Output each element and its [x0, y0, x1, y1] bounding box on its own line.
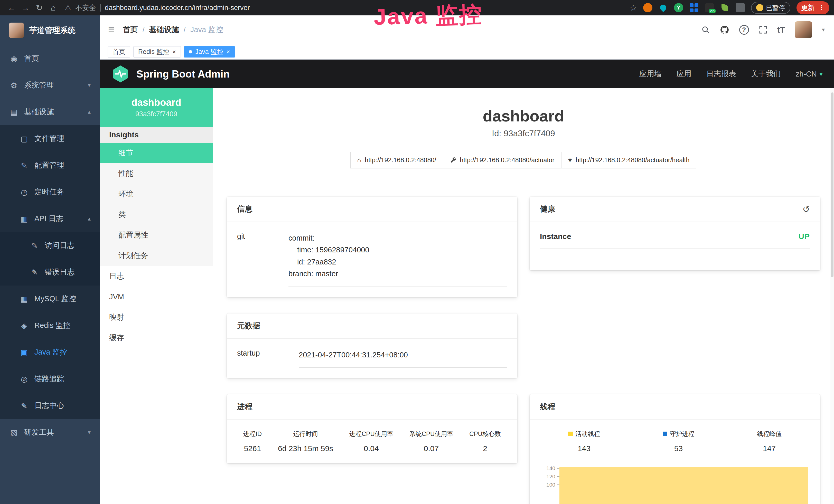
- annotation-java-monitoring: Java 监控: [373, 0, 483, 32]
- extension-icon-grid[interactable]: [689, 3, 699, 12]
- page-scrollbar[interactable]: [830, 88, 834, 504]
- sidebar-item-scheduled-jobs[interactable]: ◷ 定时任务: [0, 179, 100, 205]
- main-sidebar: 芋道管理系统 ◉ 首页 ⚙ 系统管理 ▾ ▤ 基础设施 ▴ ▢ 文件管理 ✎ 配…: [0, 16, 100, 504]
- extensions-puzzle-icon[interactable]: [736, 3, 745, 12]
- active-dot: [189, 50, 192, 53]
- chrome-update-button[interactable]: 更新 ⋮: [796, 1, 829, 15]
- tab-redis-monitor[interactable]: Redis 监控 ×: [133, 46, 181, 58]
- font-size-icon[interactable]: tT: [777, 25, 785, 35]
- extension-icon-orange[interactable]: [643, 3, 652, 12]
- sidebar-item-config-management[interactable]: ✎ 配置管理: [0, 152, 100, 179]
- update-label: 更新: [801, 3, 814, 12]
- breadcrumb-current: Java 监控: [190, 25, 223, 35]
- locale-select[interactable]: zh-CN ▾: [796, 70, 823, 78]
- sidebar-menu: ◉ 首页 ⚙ 系统管理 ▾ ▤ 基础设施 ▴ ▢ 文件管理 ✎ 配置管理 ◷ 定…: [0, 45, 100, 446]
- history-icon[interactable]: ↺: [803, 204, 810, 214]
- menu-item-scheduledtasks[interactable]: 计划任务: [100, 246, 213, 266]
- sidebar-item-log-center[interactable]: ✎ 日志中心: [0, 392, 100, 419]
- scrollbar-thumb[interactable]: [831, 92, 833, 277]
- breadcrumb-home[interactable]: 首页: [123, 25, 138, 35]
- menu-item-classes[interactable]: 类: [100, 204, 213, 225]
- sidebar-item-error-log[interactable]: ✎ 错误日志: [0, 259, 100, 285]
- sidebar-item-label: 访问日志: [45, 240, 74, 251]
- sidebar-item-redis-monitor[interactable]: ◈ Redis 监控: [0, 312, 100, 339]
- sidebar-item-file-management[interactable]: ▢ 文件管理: [0, 125, 100, 152]
- address-bar[interactable]: ⚠ 不安全 dashboard.yudao.iocoder.cn/infra/a…: [65, 3, 250, 12]
- bookmark-star-icon[interactable]: ☆: [630, 3, 637, 13]
- menu-group-insights[interactable]: Insights: [100, 127, 213, 143]
- menu-item-details[interactable]: 细节: [100, 143, 213, 163]
- instance-url-actuator[interactable]: http://192.168.0.2:48080/actuator: [443, 152, 561, 168]
- card-title: 线程: [540, 402, 555, 412]
- home-icon[interactable]: ⌂: [46, 2, 60, 14]
- sba-nav-applications[interactable]: 应用: [677, 69, 692, 79]
- info-key-git: git: [237, 232, 288, 287]
- sidebar-item-java-monitor[interactable]: ▣ Java 监控: [0, 339, 100, 366]
- extension-icon-green[interactable]: Y: [674, 3, 683, 12]
- heart-icon: ♥: [568, 156, 572, 164]
- stat-system-cpu: 系统CPU使用率 0.07: [410, 430, 453, 453]
- sidebar-item-infrastructure[interactable]: ▤ 基础设施 ▴: [0, 98, 100, 125]
- sba-nav-wallboard[interactable]: 应用墙: [639, 69, 662, 79]
- instance-header[interactable]: dashboard 93a3fc7f7409: [100, 88, 213, 127]
- sidebar-item-mysql-monitor[interactable]: ▦ MySQL 监控: [0, 285, 100, 312]
- error-log-icon: ✎: [30, 268, 39, 277]
- profile-paused-chip[interactable]: 已暂停: [751, 2, 790, 14]
- sidebar-item-trace[interactable]: ◎ 链路追踪: [0, 366, 100, 392]
- menu-dots-icon[interactable]: ⋮: [818, 4, 825, 12]
- extension-icon-pin[interactable]: [659, 3, 668, 12]
- sidebar-item-label: Redis 监控: [35, 320, 70, 331]
- sidebar-item-label: MySQL 监控: [35, 294, 76, 304]
- java-icon: ▣: [20, 348, 29, 357]
- menu-item-logfile[interactable]: 日志: [100, 266, 213, 287]
- sidebar-item-dev-tools[interactable]: ▧ 研发工具 ▾: [0, 419, 100, 446]
- sba-sidebar: dashboard 93a3fc7f7409 Insights 细节 性能 环境…: [100, 88, 213, 504]
- menu-item-metrics[interactable]: 性能: [100, 163, 213, 184]
- card-title: 进程: [237, 402, 253, 412]
- back-icon[interactable]: ←: [5, 2, 19, 14]
- sba-nav-journal[interactable]: 日志报表: [706, 69, 736, 79]
- close-icon[interactable]: ×: [172, 48, 176, 55]
- sidebar-toggle-icon[interactable]: ≡: [100, 23, 123, 36]
- app-logo[interactable]: 芋道管理系统: [0, 16, 100, 45]
- health-row: Instance UP: [540, 232, 810, 249]
- link-label: http://192.168.0.2:48080/actuator/health: [576, 156, 689, 164]
- tab-home[interactable]: 首页: [108, 46, 130, 58]
- sba-nav-about[interactable]: 关于我们: [751, 69, 781, 79]
- mysql-icon: ▦: [20, 295, 29, 303]
- github-icon[interactable]: [720, 25, 729, 35]
- sidebar-item-label: Java 监控: [35, 347, 67, 358]
- sidebar-item-home[interactable]: ◉ 首页: [0, 45, 100, 72]
- reload-icon[interactable]: ↻: [32, 2, 46, 14]
- fullscreen-icon[interactable]: [759, 25, 767, 34]
- search-icon[interactable]: [701, 25, 710, 34]
- sidebar-item-api-logs[interactable]: ▥ API 日志 ▴: [0, 205, 100, 232]
- instance-url-home[interactable]: ⌂ http://192.168.0.2:48080/: [350, 152, 443, 168]
- forward-icon[interactable]: →: [19, 2, 32, 14]
- sidebar-item-label: 错误日志: [45, 267, 74, 277]
- tab-java-monitor[interactable]: Java 监控 ×: [184, 46, 235, 58]
- sidebar-item-system-management[interactable]: ⚙ 系统管理 ▾: [0, 72, 100, 98]
- chevron-down-icon[interactable]: ▾: [822, 26, 825, 33]
- menu-item-configprops[interactable]: 配置属性: [100, 225, 213, 246]
- sidebar-item-access-log[interactable]: ✎ 访问日志: [0, 232, 100, 259]
- menu-item-caches[interactable]: 缓存: [100, 328, 213, 348]
- instance-url-health[interactable]: ♥ http://192.168.0.2:48080/actuator/heal…: [561, 152, 697, 168]
- breadcrumb-separator: /: [184, 26, 186, 34]
- extension-icon-leaf[interactable]: [720, 3, 729, 12]
- log-icon: ▥: [20, 214, 29, 223]
- menu-item-environment[interactable]: 环境: [100, 184, 213, 204]
- sidebar-item-label: 系统管理: [24, 80, 54, 90]
- close-icon[interactable]: ×: [226, 48, 230, 55]
- health-card: 健康 ↺ Instance UP: [530, 197, 820, 270]
- menu-item-jvm[interactable]: JVM: [100, 287, 213, 307]
- help-icon[interactable]: ?: [739, 25, 749, 35]
- user-avatar[interactable]: [795, 21, 812, 38]
- sba-brand-title[interactable]: Spring Boot Admin: [136, 68, 229, 80]
- menu-item-mappings[interactable]: 映射: [100, 307, 213, 328]
- chart-y-axis: 140 120 100: [540, 464, 559, 504]
- git-id-line: id: 27aa832: [288, 256, 507, 268]
- extension-icon-switch[interactable]: on: [705, 3, 714, 12]
- breadcrumb-section[interactable]: 基础设施: [149, 25, 179, 35]
- health-status-badge: UP: [798, 232, 810, 241]
